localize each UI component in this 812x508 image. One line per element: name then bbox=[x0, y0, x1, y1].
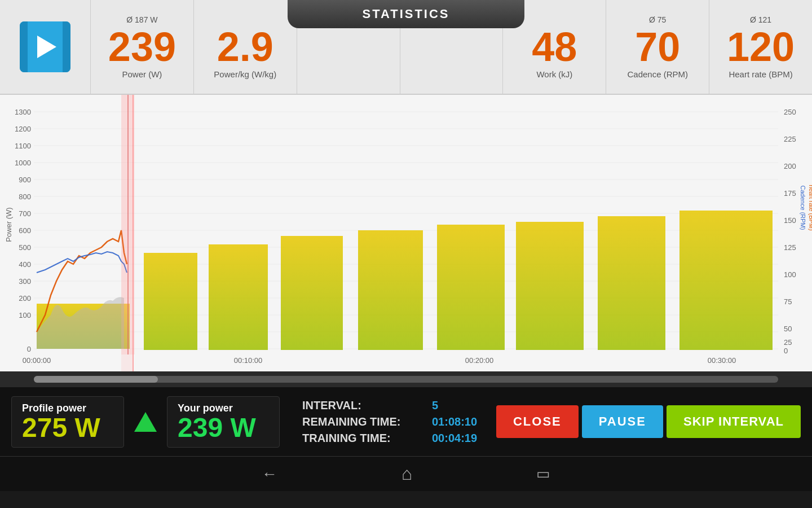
stat-power-avg: Ø 187 W bbox=[126, 15, 157, 24]
back-button[interactable]: ← bbox=[262, 465, 277, 483]
svg-text:heart rate (BPM): heart rate (BPM) bbox=[808, 185, 812, 230]
svg-text:1100: 1100 bbox=[15, 142, 31, 150]
remaining-label: REMAINING TIME: bbox=[302, 415, 426, 428]
svg-text:75: 75 bbox=[784, 297, 792, 306]
svg-text:1000: 1000 bbox=[15, 159, 31, 167]
svg-text:00:00:00: 00:00:00 bbox=[23, 356, 51, 365]
power-trend-up-icon bbox=[134, 412, 157, 432]
svg-rect-54 bbox=[598, 216, 665, 350]
svg-text:900: 900 bbox=[19, 176, 31, 184]
stat-work-label: Work (kJ) bbox=[536, 69, 572, 79]
stat-power-value: 239 bbox=[108, 27, 176, 67]
your-power-value: 239 W bbox=[178, 414, 256, 441]
svg-text:00:20:00: 00:20:00 bbox=[465, 356, 494, 365]
svg-text:200: 200 bbox=[19, 294, 31, 303]
stat-power-per-kg: 2.9 Power/kg (W/kg) bbox=[193, 0, 297, 94]
scroll-track[interactable] bbox=[34, 376, 778, 383]
bottom-controls: Profile power 275 W Your power 239 W INT… bbox=[0, 387, 812, 456]
stat-power-label: Power (W) bbox=[122, 69, 162, 79]
stat-work-value: 48 bbox=[532, 27, 577, 67]
interval-value: 5 bbox=[432, 399, 438, 412]
interval-label: INTERVAL: bbox=[302, 399, 426, 412]
chart-area[interactable]: 1300 1200 1100 1000 900 800 700 600 500 … bbox=[0, 95, 812, 371]
svg-text:Cadence (RPM): Cadence (RPM) bbox=[800, 186, 806, 230]
stat-ppkg-avg bbox=[244, 15, 246, 24]
svg-text:25: 25 bbox=[784, 338, 792, 347]
svg-text:100: 100 bbox=[784, 270, 796, 279]
stat-heartrate: Ø 121 120 Heart rate (BPM) bbox=[709, 0, 812, 94]
stat-cadence: Ø 75 70 Cadence (RPM) bbox=[606, 0, 709, 94]
control-buttons: CLOSE PAUSE SKIP INTERVAL bbox=[496, 405, 801, 438]
svg-text:100: 100 bbox=[19, 311, 31, 319]
stat-ppkg-label: Power/kg (W/kg) bbox=[214, 69, 276, 79]
stat-cad-avg: Ø 75 bbox=[649, 15, 666, 24]
svg-text:150: 150 bbox=[784, 216, 796, 225]
svg-text:300: 300 bbox=[19, 277, 31, 286]
svg-rect-50 bbox=[281, 236, 343, 350]
stat-cad-value: 70 bbox=[635, 27, 680, 67]
profile-power-box: Profile power 275 W bbox=[11, 396, 124, 448]
stat-hr-value: 120 bbox=[727, 27, 795, 67]
scroll-area[interactable] bbox=[0, 371, 812, 387]
stat-cad-label: Cadence (RPM) bbox=[627, 69, 688, 79]
svg-text:00:10:00: 00:10:00 bbox=[234, 356, 263, 365]
title-bar: STATISTICS bbox=[288, 0, 524, 28]
svg-text:00:30:00: 00:30:00 bbox=[708, 356, 736, 365]
your-power-box: Your power 239 W bbox=[167, 396, 280, 448]
chart-svg[interactable]: 1300 1200 1100 1000 900 800 700 600 500 … bbox=[0, 95, 812, 371]
svg-text:Power (W): Power (W) bbox=[5, 207, 13, 242]
svg-text:50: 50 bbox=[784, 325, 792, 333]
stat-work-avg bbox=[553, 15, 555, 24]
svg-rect-48 bbox=[144, 253, 197, 350]
stat-ppkg-value: 2.9 bbox=[217, 27, 273, 67]
svg-text:1300: 1300 bbox=[15, 108, 31, 116]
training-value: 00:04:19 bbox=[432, 432, 477, 445]
skip-interval-button[interactable]: SKIP INTERVAL bbox=[667, 405, 801, 438]
svg-text:1200: 1200 bbox=[15, 125, 31, 133]
page-title: STATISTICS bbox=[362, 7, 449, 21]
play-icon bbox=[37, 36, 56, 58]
svg-rect-49 bbox=[209, 244, 268, 350]
svg-text:225: 225 bbox=[784, 135, 796, 143]
svg-rect-53 bbox=[516, 222, 584, 350]
svg-text:600: 600 bbox=[19, 226, 31, 235]
interval-info: INTERVAL: 5 REMAINING TIME: 01:08:10 TRA… bbox=[302, 399, 485, 445]
training-label: TRAINING TIME: bbox=[302, 432, 426, 445]
svg-text:400: 400 bbox=[19, 260, 31, 269]
close-button[interactable]: CLOSE bbox=[496, 405, 579, 438]
logo-section bbox=[0, 0, 90, 94]
recent-button[interactable]: ▭ bbox=[536, 465, 550, 483]
remaining-row: REMAINING TIME: 01:08:10 bbox=[302, 415, 477, 428]
remaining-value: 01:08:10 bbox=[432, 415, 477, 428]
film-icon bbox=[20, 21, 70, 72]
svg-text:125: 125 bbox=[784, 243, 796, 252]
interval-row: INTERVAL: 5 bbox=[302, 399, 438, 412]
stat-power: Ø 187 W 239 Power (W) bbox=[90, 0, 193, 94]
svg-text:200: 200 bbox=[784, 162, 796, 170]
svg-text:175: 175 bbox=[784, 189, 796, 198]
svg-rect-55 bbox=[679, 211, 773, 350]
home-button[interactable]: ⌂ bbox=[401, 463, 412, 484]
profile-power-value: 275 W bbox=[22, 414, 100, 441]
svg-text:250: 250 bbox=[784, 108, 796, 116]
training-row: TRAINING TIME: 00:04:19 bbox=[302, 432, 477, 445]
svg-text:0: 0 bbox=[27, 345, 31, 353]
svg-text:800: 800 bbox=[19, 192, 31, 201]
svg-rect-52 bbox=[437, 225, 505, 350]
nav-bar: ← ⌂ ▭ bbox=[0, 456, 812, 491]
stat-hr-label: Heart rate (BPM) bbox=[729, 69, 792, 79]
stat-hr-avg: Ø 121 bbox=[750, 15, 771, 24]
svg-rect-51 bbox=[358, 230, 423, 350]
pause-button[interactable]: PAUSE bbox=[582, 405, 663, 438]
svg-text:500: 500 bbox=[19, 243, 31, 252]
svg-text:0: 0 bbox=[784, 347, 788, 355]
svg-text:700: 700 bbox=[19, 209, 31, 218]
scroll-thumb[interactable] bbox=[34, 376, 158, 383]
